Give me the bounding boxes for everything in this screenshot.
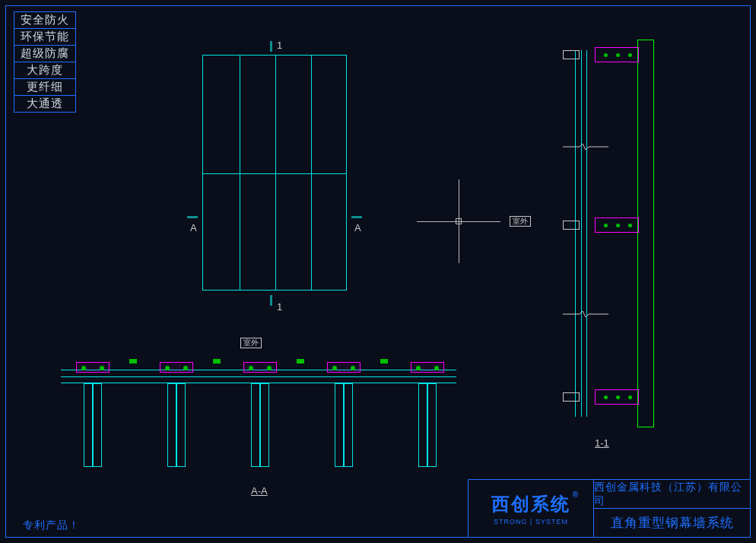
feature-item: 环保节能 <box>14 28 76 46</box>
patent-note: 专利产品！ <box>23 519 80 532</box>
break-line-icon <box>563 307 608 315</box>
section-mark-A: A <box>190 222 197 233</box>
connector <box>76 362 110 373</box>
brand-sub: STRONG | SYSTEM <box>494 518 568 526</box>
transom-node <box>558 46 642 65</box>
section-mark-1: 1 <box>277 301 282 313</box>
elevation-view <box>202 55 347 291</box>
brand-name: 西创系统 ® <box>491 492 570 516</box>
caption-1-1: 1-1 <box>595 437 609 449</box>
section-tick-1-bot <box>270 295 272 306</box>
connector <box>160 362 193 373</box>
transom-node <box>558 216 642 236</box>
cap <box>129 359 137 364</box>
connector <box>327 362 361 373</box>
company-name: 西创金属科技（江苏）有限公司 <box>594 480 750 509</box>
connector <box>243 362 277 373</box>
system-name: 直角重型钢幕墙系统 <box>594 509 750 537</box>
connector <box>411 362 444 373</box>
feature-item: 超级防腐 <box>14 45 76 62</box>
feature-item: 更纤细 <box>14 78 76 96</box>
mullion <box>251 383 269 467</box>
feature-item: 大跨度 <box>14 62 76 79</box>
section-tick-A-left <box>187 216 198 218</box>
feature-item: 安全防火 <box>14 11 76 29</box>
registered-icon: ® <box>573 491 580 499</box>
title-block: 西创系统 ® STRONG | SYSTEM 西创金属科技（江苏）有限公司 直角… <box>468 479 751 538</box>
section-1-1 <box>548 40 662 427</box>
outside-label: 室外 <box>510 216 531 227</box>
section-mark-1: 1 <box>277 40 282 51</box>
break-line-icon <box>563 140 608 148</box>
feature-item: 大通透 <box>14 95 76 113</box>
section-tick-A-right <box>351 216 362 218</box>
feature-list: 安全防火 环保节能 超级防腐 大跨度 更纤细 大通透 <box>14 12 76 113</box>
caption-A-A: A-A <box>251 485 268 497</box>
transom-node <box>558 388 642 408</box>
brand-cell: 西创系统 ® STRONG | SYSTEM <box>469 480 594 537</box>
cap <box>297 359 304 364</box>
section-tick-1-top <box>270 41 272 52</box>
section-mark-A: A <box>354 222 361 233</box>
cap <box>213 359 221 364</box>
cap <box>380 359 388 364</box>
outside-label: 室外 <box>240 338 262 348</box>
section-A-A <box>61 350 456 472</box>
mullion <box>418 383 437 467</box>
brand-text: 西创系统 <box>491 494 570 514</box>
mullion <box>84 383 102 467</box>
mullion <box>167 383 186 467</box>
mullion <box>335 383 353 467</box>
